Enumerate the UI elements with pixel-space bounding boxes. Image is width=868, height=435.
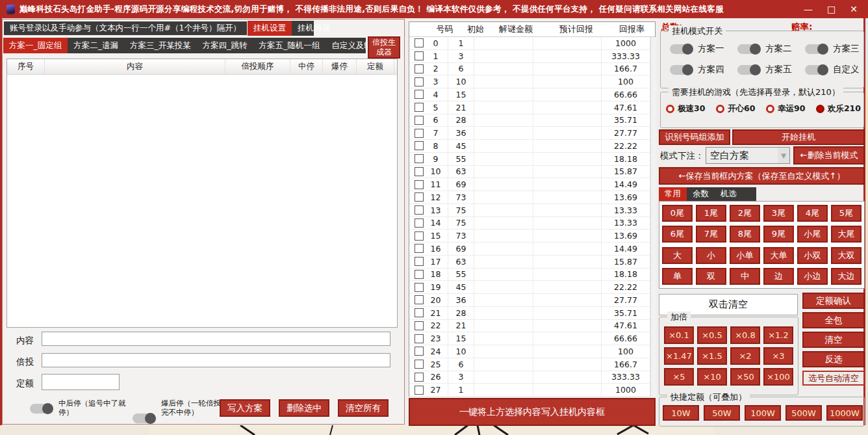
multiplier-button-×100[interactable]: ×100 <box>763 368 793 386</box>
plan-table[interactable]: 序号内容倍投顺序中停爆停定额 <box>6 59 398 328</box>
plan-tab-3[interactable]: 方案四_跳转 <box>197 38 253 53</box>
pick-tab-1[interactable]: 余数 <box>687 187 715 201</box>
multiplier-button-×1.47[interactable]: ×1.47 <box>664 347 694 365</box>
pick-button-大双[interactable]: 大双 <box>831 247 862 264</box>
stop-after-bust-toggle[interactable] <box>133 414 156 423</box>
row-checkbox[interactable] <box>415 347 424 356</box>
row-checkbox[interactable] <box>415 308 424 317</box>
row-checkbox[interactable] <box>415 154 424 163</box>
quick-quota-button-500W[interactable]: 500W <box>785 405 822 421</box>
save-plan-button[interactable]: ←保存当前框内方案（保存至自定义模式↑） <box>659 167 865 185</box>
row-checkbox[interactable] <box>415 180 424 189</box>
mode-bet-dropdown[interactable]: 空白方案 ▼ <box>706 147 790 164</box>
minimize-button[interactable]: — <box>804 5 813 14</box>
multiplier-button-×0.5[interactable]: ×0.5 <box>697 326 727 344</box>
row-checkbox[interactable] <box>415 360 424 369</box>
pick-button-大尾[interactable]: 大尾 <box>831 226 862 243</box>
mode-toggle-4[interactable] <box>737 65 761 75</box>
row-checkbox[interactable] <box>415 38 424 47</box>
pick-button-双[interactable]: 双 <box>696 268 726 285</box>
plan-tab-2[interactable]: 方案三_开某投某 <box>124 38 197 53</box>
multiplier-button-×50[interactable]: ×50 <box>730 368 760 386</box>
row-checkbox[interactable] <box>415 116 424 125</box>
numbers-table-scrollbar[interactable] <box>650 37 656 397</box>
game-radio-2[interactable] <box>766 105 774 113</box>
multiplier-button-×1.2[interactable]: ×1.2 <box>763 326 793 344</box>
side-button-4[interactable]: 选号自动清空 <box>802 371 865 386</box>
maximize-button[interactable]: □ <box>827 5 836 14</box>
numbers-table[interactable]: 号码初始解谜金额预计回报回报率 01100013333.3326166.7310… <box>409 21 656 397</box>
top-tab-2[interactable]: 挂机情况 <box>292 21 336 36</box>
pick-button-3尾[interactable]: 3尾 <box>763 205 794 222</box>
quick-quota-button-10W[interactable]: 10W <box>663 405 699 421</box>
multiplier-button-×2[interactable]: ×2 <box>730 347 760 365</box>
pick-button-边[interactable]: 边 <box>763 268 794 285</box>
pick-button-单[interactable]: 单 <box>662 268 693 285</box>
pick-button-0尾[interactable]: 0尾 <box>662 205 693 222</box>
multiplier-input[interactable] <box>42 353 390 367</box>
row-checkbox[interactable] <box>415 334 424 343</box>
recognize-numbers-button[interactable]: 识别号码组添加 <box>659 129 730 145</box>
plan-action-button-1[interactable]: 删除选中 <box>279 399 329 417</box>
pick-button-小[interactable]: 小 <box>696 247 726 264</box>
pick-button-1尾[interactable]: 1尾 <box>696 205 726 222</box>
mode-toggle-5[interactable] <box>805 65 828 75</box>
row-checkbox[interactable] <box>415 295 424 304</box>
quick-quota-button-50W[interactable]: 50W <box>704 405 740 421</box>
mode-toggle-2[interactable] <box>805 44 828 54</box>
row-checkbox[interactable] <box>415 77 424 86</box>
game-radio-3[interactable] <box>816 105 824 113</box>
pick-button-2尾[interactable]: 2尾 <box>730 205 760 222</box>
side-button-1[interactable]: 全包 <box>802 312 865 328</box>
content-input[interactable] <box>42 332 390 346</box>
row-checkbox[interactable] <box>415 205 424 215</box>
multiplier-button-×1.5[interactable]: ×1.5 <box>697 347 727 365</box>
row-checkbox[interactable] <box>415 141 424 150</box>
pick-tab-2[interactable]: 机选 <box>715 187 743 201</box>
pick-button-小单[interactable]: 小单 <box>730 247 760 264</box>
pick-button-4尾[interactable]: 4尾 <box>797 205 828 222</box>
row-checkbox[interactable] <box>415 64 424 73</box>
row-checkbox[interactable] <box>415 231 424 241</box>
delete-mode-button[interactable]: ←删除当前模式 <box>793 146 865 165</box>
row-checkbox[interactable] <box>415 373 424 382</box>
quick-quota-button-100W[interactable]: 100W <box>745 405 781 421</box>
plan-action-button-2[interactable]: 清空所有 <box>338 399 389 417</box>
multiplier-button-×0.1[interactable]: ×0.1 <box>664 326 694 344</box>
row-checkbox[interactable] <box>415 270 424 279</box>
pick-button-中[interactable]: 中 <box>730 268 760 285</box>
pick-button-小边[interactable]: 小边 <box>797 268 828 285</box>
plan-tab-0[interactable]: 方案一_固定组 <box>3 38 68 53</box>
row-checkbox[interactable] <box>415 283 424 292</box>
row-checkbox[interactable] <box>415 129 424 138</box>
pick-button-大单[interactable]: 大单 <box>763 247 794 264</box>
pick-button-大边[interactable]: 大边 <box>831 268 862 285</box>
row-checkbox[interactable] <box>415 192 424 202</box>
pick-button-9尾[interactable]: 9尾 <box>763 226 794 243</box>
pick-button-小双[interactable]: 小双 <box>797 247 828 264</box>
plan-action-button-0[interactable]: 写入方案 <box>220 399 270 417</box>
row-checkbox[interactable] <box>415 90 424 99</box>
plan-tab-4[interactable]: 方案五_随机一组 <box>253 38 326 53</box>
mode-toggle-3[interactable] <box>670 65 693 75</box>
pick-tab-0[interactable]: 常用 <box>659 187 687 201</box>
quick-quota-button-1000W[interactable]: 1000W <box>826 405 863 421</box>
stop-after-win-toggle[interactable] <box>30 404 53 414</box>
pick-button-8尾[interactable]: 8尾 <box>730 226 760 243</box>
row-checkbox[interactable] <box>415 321 424 330</box>
mode-toggle-0[interactable] <box>670 44 693 54</box>
side-button-2[interactable]: 清空 <box>802 332 865 348</box>
row-checkbox[interactable] <box>415 167 424 176</box>
multiplier-button-×5[interactable]: ×5 <box>664 368 694 386</box>
plan-tab-1[interactable]: 方案二_遗漏 <box>68 38 124 53</box>
multiplier-button-×3[interactable]: ×3 <box>763 347 793 365</box>
row-checkbox[interactable] <box>415 51 424 60</box>
top-tab-0[interactable]: 账号登录以及手动参与（文本内一行一个用#（1个井号）隔开） <box>3 21 248 36</box>
pick-button-5尾[interactable]: 5尾 <box>831 205 862 222</box>
pick-button-7尾[interactable]: 7尾 <box>696 226 726 243</box>
pick-button-小尾[interactable]: 小尾 <box>797 226 828 243</box>
pick-button-6尾[interactable]: 6尾 <box>662 226 693 243</box>
multiplier-button-×10[interactable]: ×10 <box>697 368 727 386</box>
pick-button-大[interactable]: 大 <box>662 247 693 264</box>
game-radio-0[interactable] <box>666 105 674 113</box>
